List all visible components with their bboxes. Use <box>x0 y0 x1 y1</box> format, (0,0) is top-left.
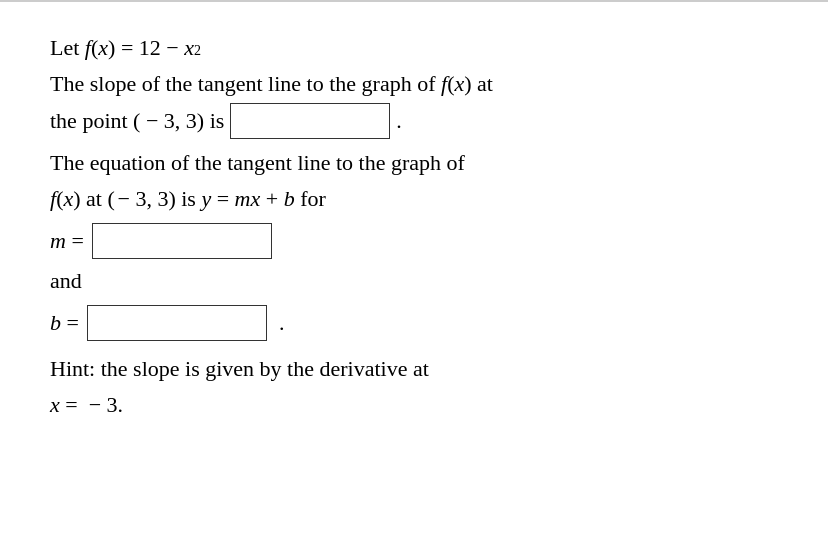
m-input[interactable] <box>92 223 272 259</box>
hint-section: Hint: the slope is given by the derivati… <box>50 351 778 424</box>
plus-sign: + <box>260 181 283 217</box>
hint-line-1: Hint: the slope is given by the derivati… <box>50 351 778 387</box>
line-5: f ( x ) at ( − 3, 3) is y = m x + b for <box>50 181 778 217</box>
the-point-text: the point ( − 3, 3) is <box>50 103 224 139</box>
b-equals: = <box>61 303 79 343</box>
hint-line-2: x = − 3. <box>50 387 778 423</box>
b-input[interactable] <box>87 305 267 341</box>
page-container: Let f ( x ) = 12 − x2 The slope of the t… <box>0 0 828 538</box>
m-equals: = <box>66 221 84 261</box>
x-squared: x <box>184 30 194 66</box>
and-row: and <box>50 263 778 299</box>
x-var-4: x <box>250 181 260 217</box>
line-1: Let f ( x ) = 12 − x2 <box>50 30 778 66</box>
b-label: b <box>50 303 61 343</box>
equals-2: = <box>211 181 234 217</box>
exponent-2: 2 <box>194 39 201 62</box>
line-2: The slope of the tangent line to the gra… <box>50 66 778 102</box>
slope-input[interactable] <box>230 103 390 139</box>
dot-1: . <box>396 103 402 139</box>
paren-close: ) <box>108 30 115 66</box>
m-row: m = <box>50 221 778 261</box>
slope-text: The slope of the tangent line to the gra… <box>50 66 441 102</box>
hint-equals: = − 3. <box>60 387 123 423</box>
b-row: b = . <box>50 303 778 343</box>
and-label: and <box>50 268 82 293</box>
y-var: y <box>201 181 211 217</box>
b-var: b <box>284 181 295 217</box>
paren-close-3: ) at ( − 3, 3) is <box>73 181 201 217</box>
paren-close-2: ) at <box>464 66 493 102</box>
x-var-2: x <box>454 66 464 102</box>
line-3: the point ( − 3, 3) is . <box>50 103 778 139</box>
equals-expr: = 12 − <box>115 30 184 66</box>
x-var: x <box>98 30 108 66</box>
x-var-3: x <box>63 181 73 217</box>
let-prefix: Let <box>50 30 85 66</box>
hint-text-1: Hint: the slope is given by the derivati… <box>50 351 429 387</box>
equation-text: The equation of the tangent line to the … <box>50 145 465 181</box>
dot-2: . <box>279 303 285 343</box>
m-label: m <box>50 221 66 261</box>
m-var: m <box>235 181 251 217</box>
for-text: for <box>295 181 326 217</box>
line-4: The equation of the tangent line to the … <box>50 145 778 181</box>
hint-text-2: x <box>50 387 60 423</box>
